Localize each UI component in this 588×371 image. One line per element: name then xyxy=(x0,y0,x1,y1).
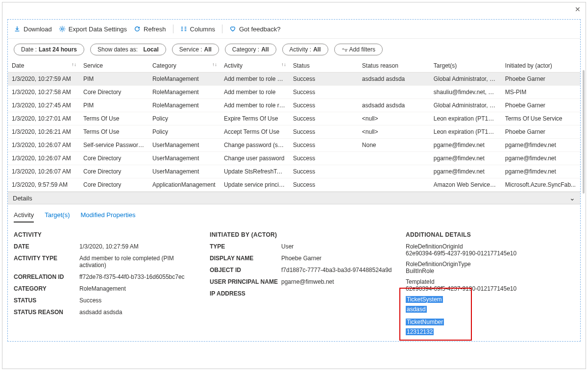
tab-modified-properties[interactable]: Modified Properties xyxy=(80,211,135,223)
cell-status: Success xyxy=(289,152,358,165)
value-object-id: f7d1887c-7777-4ba3-ba3d-974488524a9d xyxy=(281,267,396,273)
cell-date: 1/3/2020, 10:26:07 AM xyxy=(8,165,79,178)
download-button[interactable]: Download xyxy=(14,25,52,33)
col-date[interactable]: Date↑↓ xyxy=(8,59,79,73)
details-bar[interactable]: Details ⌄ xyxy=(8,192,580,204)
col-status-label: Status xyxy=(293,62,310,69)
add-filters-label: Add filters xyxy=(349,46,375,53)
cell-status: Success xyxy=(289,125,358,139)
col-initiated-by[interactable]: Initiated by (actor) xyxy=(501,59,580,73)
label-roledef-origin-type: RoleDefinitionOriginType xyxy=(406,261,574,268)
col-targets-label: Target(s) xyxy=(434,62,457,69)
scrollbar[interactable] xyxy=(583,70,585,194)
cell-category: Policy xyxy=(148,125,220,139)
filter-activity[interactable]: Activity :All xyxy=(282,44,328,55)
label-display-name: DISPLAY NAME xyxy=(210,255,279,262)
cell-reason: asdsadd asdsda xyxy=(358,99,430,112)
refresh-label: Refresh xyxy=(144,25,166,33)
cell-reason xyxy=(358,178,430,192)
filter-date[interactable]: Date :Last 24 hours xyxy=(14,44,84,55)
col-status[interactable]: Status xyxy=(289,59,358,73)
add-filters-button[interactable]: ⁺▿ Add filters xyxy=(334,44,383,55)
table-row[interactable]: 1/3/2020, 9:57:59 AMCore DirectoryApplic… xyxy=(8,178,580,192)
value-roledef-origin-type: BuiltInRole xyxy=(406,268,574,274)
separator xyxy=(222,25,222,33)
value-ip-address xyxy=(281,290,396,297)
filter-date-value: Last 24 hours xyxy=(39,46,77,53)
col-service[interactable]: Service xyxy=(79,59,148,73)
table-row[interactable]: 1/3/2020, 10:26:07 AMCore DirectoryUserM… xyxy=(8,165,580,178)
cell-actor: pgarne@fimdev.net xyxy=(501,152,580,165)
label-date: DATE xyxy=(14,243,77,250)
filter-show-dates-value: Local xyxy=(143,46,158,53)
col-targets[interactable]: Target(s) xyxy=(430,59,501,73)
sort-icon: ↑↓ xyxy=(72,62,76,67)
value-activity-type: Add member to role completed (PIM activa… xyxy=(79,255,200,269)
table-row[interactable]: 1/3/2020, 10:26:21 AMTerms Of UsePolicyA… xyxy=(8,125,580,139)
cell-date: 1/3/2020, 10:26:07 AM xyxy=(8,139,79,152)
col-category[interactable]: Category↑↓ xyxy=(148,59,220,73)
cell-actor: Phoebe Garner xyxy=(501,73,580,86)
table-row[interactable]: 1/3/2020, 10:27:58 AMCore DirectoryRoleM… xyxy=(8,86,580,99)
cell-date: 1/3/2020, 10:27:45 AM xyxy=(8,99,79,112)
cell-reason: <null> xyxy=(358,112,430,125)
table-row[interactable]: 1/3/2020, 10:26:07 AMSelf-service Passwo… xyxy=(8,139,580,152)
label-status: STATUS xyxy=(14,297,77,304)
filter-service[interactable]: Service :All xyxy=(172,44,219,55)
filter-bar: Date :Last 24 hours Show dates as: Local… xyxy=(8,39,580,59)
filter-category[interactable]: Category :All xyxy=(225,44,276,55)
additional-details-title: ADDITIONAL DETAILS xyxy=(406,231,574,238)
cell-category: RoleManagement xyxy=(148,86,220,99)
value-correlation-id: ff72de78-f375-44f0-b733-16d6055bc7ec xyxy=(79,273,200,280)
sort-icon: ↑↓ xyxy=(212,62,217,67)
table-row[interactable]: 1/3/2020, 10:27:59 AMPIMRoleManagementAd… xyxy=(8,73,580,86)
col-status-reason[interactable]: Status reason xyxy=(358,59,430,73)
close-icon[interactable]: ✕ xyxy=(575,5,581,13)
cell-activity: Change password (self-s... xyxy=(220,139,289,152)
table-row[interactable]: 1/3/2020, 10:27:45 AMPIMRoleManagementAd… xyxy=(8,99,580,112)
details-bar-label: Details xyxy=(13,195,32,202)
cell-category: UserManagement xyxy=(148,139,220,152)
table-row[interactable]: 1/3/2020, 10:26:07 AMCore DirectoryUserM… xyxy=(8,152,580,165)
value-upn[interactable]: pgarne@fimweb.net xyxy=(281,278,396,285)
cell-reason xyxy=(358,165,430,178)
download-label: Download xyxy=(24,25,52,33)
cell-service: PIM xyxy=(79,73,148,86)
label-correlation-id: CORRELATION ID xyxy=(14,273,77,280)
cell-date: 1/3/2020, 10:26:21 AM xyxy=(8,125,79,139)
value-template-id: 62e90394-69f5-4237-9190-012177145e10 xyxy=(406,285,574,292)
cell-status: Success xyxy=(289,86,358,99)
value-category: RoleManagement xyxy=(79,285,200,292)
col-activity[interactable]: Activity↑↓ xyxy=(220,59,289,73)
label-ticket-number: TicketNumber xyxy=(406,319,444,325)
chevron-down-icon[interactable]: ⌄ xyxy=(569,194,575,202)
col-initiated-by-label: Initiated by (actor) xyxy=(505,62,552,69)
cell-status: Success xyxy=(289,178,358,192)
label-template-id: TemplateId xyxy=(406,278,574,285)
export-settings-button[interactable]: Export Data Settings xyxy=(59,25,127,33)
filter-show-dates[interactable]: Show dates as: Local xyxy=(90,44,166,55)
refresh-button[interactable]: Refresh xyxy=(134,25,166,33)
label-type: TYPE xyxy=(210,243,279,250)
filter-service-label: Service : xyxy=(179,46,202,53)
label-roledef-origin-id: RoleDefinitionOriginId xyxy=(406,243,574,250)
value-status-reason: asdsadd asdsda xyxy=(79,309,200,316)
cell-service: Terms Of Use xyxy=(79,112,148,125)
cell-service: Core Directory xyxy=(79,152,148,165)
tab-activity[interactable]: Activity xyxy=(14,211,34,223)
cell-category: RoleManagement xyxy=(148,73,220,86)
audit-log-table: Date↑↓ Service Category↑↓ Activity↑↓ Sta… xyxy=(8,59,580,192)
cell-targets: pgarne@fimdev.net xyxy=(430,152,501,165)
tab-targets[interactable]: Target(s) xyxy=(45,211,70,223)
feedback-button[interactable]: Got feedback? xyxy=(229,25,281,33)
col-date-label: Date xyxy=(12,62,24,69)
cell-activity: Update StsRefreshToken... xyxy=(220,165,289,178)
cell-date: 1/3/2020, 10:26:07 AM xyxy=(8,152,79,165)
value-status: Success xyxy=(79,297,200,304)
table-row[interactable]: 1/3/2020, 10:27:01 AMTerms Of UsePolicyE… xyxy=(8,112,580,125)
columns-button[interactable]: Columns xyxy=(180,25,215,33)
value-roledef-origin-id: 62e90394-69f5-4237-9190-012177145e10 xyxy=(406,250,574,257)
cell-activity: Accept Terms Of Use xyxy=(220,125,289,139)
filter-show-dates-label: Show dates as: xyxy=(98,46,138,53)
value-display-name: Phoebe Garner xyxy=(281,255,396,262)
